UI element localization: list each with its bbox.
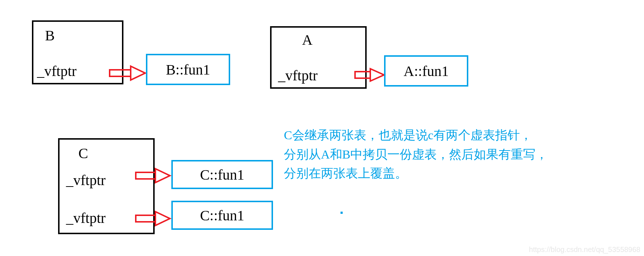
arrow-c2-to-vtable — [134, 210, 172, 228]
class-c-vftptr2-label: _vftptr — [66, 209, 106, 227]
svg-rect-6 — [136, 215, 155, 222]
svg-marker-3 — [370, 69, 384, 81]
svg-marker-1 — [131, 66, 145, 80]
vtable-b-fun1-label: B::fun1 — [166, 61, 210, 78]
dot-marker — [341, 212, 343, 214]
svg-marker-7 — [155, 212, 170, 225]
watermark: https://blog.csdn.net/qq_53558968 — [529, 245, 640, 254]
explanation-line1: C会继承两张表，也就是说c有两个虚表指针， — [284, 126, 548, 145]
vtable-a-fun1-label: A::fun1 — [404, 63, 449, 80]
explanation-text: C会继承两张表，也就是说c有两个虚表指针， 分别从A和B中拷贝一份虚表，然后如果… — [284, 126, 548, 183]
vtable-b-fun1: B::fun1 — [146, 54, 230, 85]
class-a-vftptr-label: _vftptr — [278, 67, 318, 84]
vtable-c-fun1-first: C::fun1 — [171, 160, 273, 189]
class-b-title: B — [45, 27, 55, 44]
arrow-b-to-vtable — [107, 65, 147, 82]
vtable-c-fun1-second: C::fun1 — [171, 201, 273, 230]
svg-marker-5 — [155, 169, 170, 183]
class-a-title: A — [302, 31, 313, 48]
arrow-c1-to-vtable — [134, 167, 172, 185]
vtable-c-fun1-first-label: C::fun1 — [200, 166, 244, 183]
explanation-line3: 分别在两张表上覆盖。 — [284, 164, 548, 183]
vtable-a-fun1: A::fun1 — [384, 55, 468, 87]
vtable-c-fun1-second-label: C::fun1 — [200, 207, 244, 224]
svg-rect-0 — [110, 70, 131, 76]
explanation-line2: 分别从A和B中拷贝一份虚表，然后如果有重写， — [284, 145, 548, 164]
svg-rect-4 — [136, 172, 155, 179]
class-c-vftptr1-label: _vftptr — [66, 172, 106, 189]
svg-rect-2 — [355, 72, 370, 78]
class-c-title: C — [78, 145, 88, 162]
class-b-vftptr-label: _vftptr — [37, 63, 77, 80]
arrow-a-to-vtable — [354, 67, 386, 83]
